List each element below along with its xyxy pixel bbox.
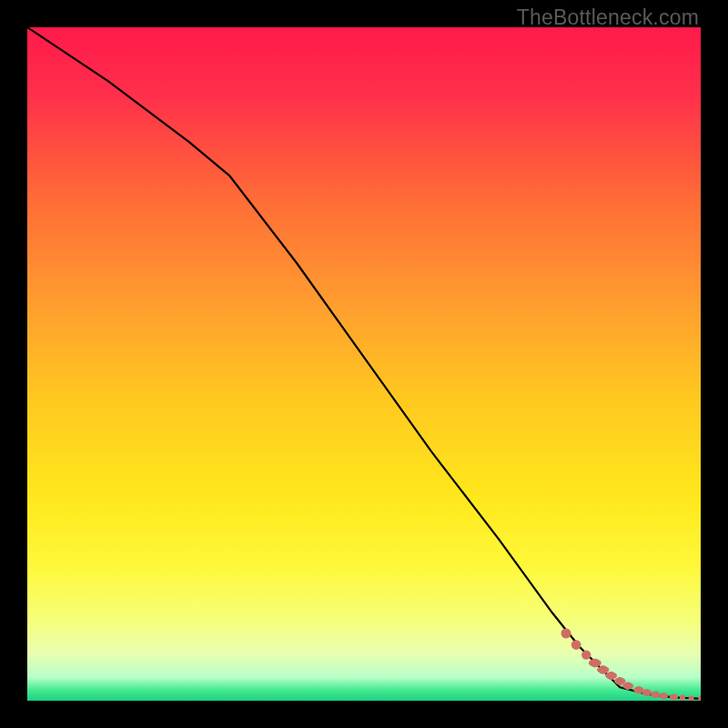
highlight-dot [571,640,581,650]
highlight-dot [614,678,625,685]
highlight-dot [651,692,660,697]
watermark-text: TheBottleneck.com [517,5,699,30]
highlight-dot [670,694,678,700]
highlight-dot [659,693,668,699]
highlight-dot [642,690,652,696]
highlight-dot [605,672,617,680]
chart-frame: TheBottleneck.com [0,0,728,728]
highlight-dot [561,629,571,639]
plot-area [27,27,701,701]
highlight-dot [581,651,591,660]
highlight-dot [689,695,694,701]
highlight-dot [622,682,633,689]
highlight-dot [680,695,685,701]
highlight-dot [698,696,701,701]
highlight-dot [589,659,602,666]
highlight-dot [597,666,609,673]
chart-svg [27,27,701,701]
bottleneck-curve-line [27,27,701,699]
